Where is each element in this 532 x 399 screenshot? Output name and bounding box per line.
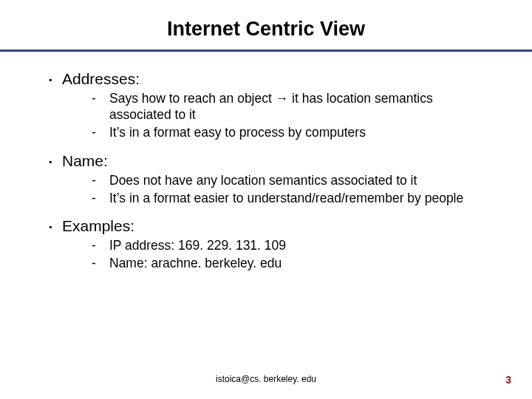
- list-item: -Does not have any location semantics as…: [100, 173, 480, 189]
- dash-icon: -: [100, 256, 109, 272]
- dash-icon: -: [100, 173, 109, 189]
- bullet-icon: ▪: [49, 222, 62, 232]
- list-item: -It’s in a format easy to process by com…: [100, 125, 480, 141]
- heading-addresses: ▪Addresses:: [49, 70, 502, 88]
- slide-title: Internet Centric View: [0, 0, 532, 47]
- dash-icon: -: [100, 191, 109, 207]
- dash-icon: -: [100, 125, 109, 141]
- item-text: It’s in a format easier to understand/re…: [109, 191, 463, 205]
- item-text: Name: arachne. berkeley. edu: [109, 256, 282, 270]
- heading-text: Name:: [62, 152, 108, 169]
- list-item: -It’s in a format easier to understand/r…: [100, 191, 480, 207]
- sub-list-addresses: -Says how to reach an object → it has lo…: [49, 91, 502, 141]
- slide-content: ▪Addresses: -Says how to reach an object…: [0, 52, 532, 272]
- heading-name: ▪Name:: [49, 152, 502, 170]
- bullet-icon: ▪: [49, 157, 62, 167]
- dash-icon: -: [100, 238, 109, 254]
- list-item: -IP address: 169. 229. 131. 109: [100, 238, 480, 254]
- slide: Internet Centric View ▪Addresses: -Says …: [0, 0, 532, 399]
- dash-icon: -: [100, 91, 109, 107]
- list-item: -Name: arachne. berkeley. edu: [100, 256, 480, 272]
- bullet-icon: ▪: [49, 75, 62, 85]
- heading-text: Addresses:: [62, 70, 140, 87]
- page-number: 3: [505, 374, 511, 386]
- item-text: Does not have any location semantics ass…: [109, 173, 417, 188]
- sub-list-name: -Does not have any location semantics as…: [49, 173, 502, 207]
- item-text: IP address: 169. 229. 131. 109: [109, 238, 286, 253]
- list-item: -Says how to reach an object → it has lo…: [100, 91, 480, 123]
- item-text: Says how to reach an object → it has loc…: [109, 91, 433, 122]
- footer-email: istoica@cs. berkeley. edu: [0, 374, 532, 384]
- heading-examples: ▪Examples:: [49, 217, 502, 235]
- sub-list-examples: -IP address: 169. 229. 131. 109 -Name: a…: [49, 238, 502, 272]
- item-text: It’s in a format easy to process by comp…: [109, 125, 366, 140]
- heading-text: Examples:: [62, 217, 134, 234]
